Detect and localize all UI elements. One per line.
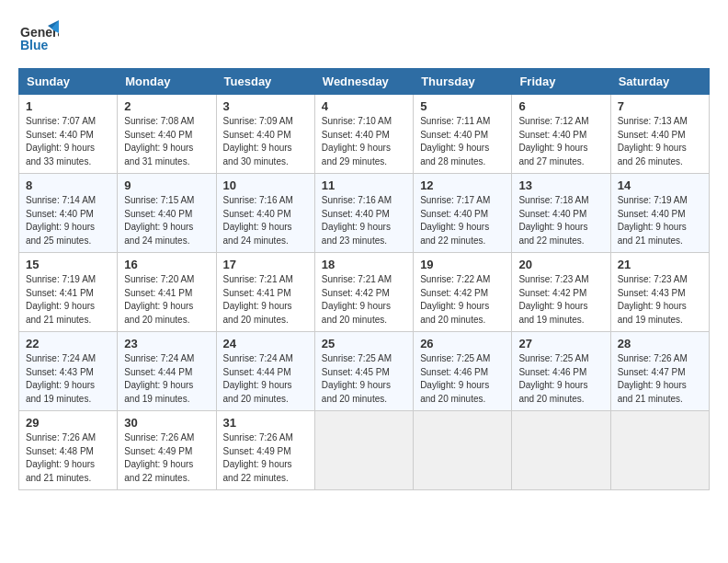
day-info: Sunrise: 7:24 AM Sunset: 4:44 PM Dayligh… [124, 352, 209, 406]
calendar-cell: 22Sunrise: 7:24 AM Sunset: 4:43 PM Dayli… [19, 332, 118, 411]
calendar-cell: 10Sunrise: 7:16 AM Sunset: 4:40 PM Dayli… [216, 174, 314, 253]
calendar-cell: 23Sunrise: 7:24 AM Sunset: 4:44 PM Dayli… [118, 332, 216, 411]
calendar-cell: 25Sunrise: 7:25 AM Sunset: 4:45 PM Dayli… [314, 332, 413, 411]
day-header-sunday: Sunday [19, 69, 118, 95]
day-number: 14 [618, 178, 702, 192]
calendar-cell: 8Sunrise: 7:14 AM Sunset: 4:40 PM Daylig… [19, 174, 118, 253]
day-info: Sunrise: 7:21 AM Sunset: 4:41 PM Dayligh… [223, 273, 308, 327]
calendar-cell: 28Sunrise: 7:26 AM Sunset: 4:47 PM Dayli… [610, 332, 709, 411]
calendar-cell: 16Sunrise: 7:20 AM Sunset: 4:41 PM Dayli… [118, 253, 216, 332]
day-info: Sunrise: 7:23 AM Sunset: 4:42 PM Dayligh… [518, 273, 603, 327]
week-row-2: 8Sunrise: 7:14 AM Sunset: 4:40 PM Daylig… [19, 174, 710, 253]
day-number: 10 [223, 178, 308, 192]
day-number: 3 [223, 99, 308, 113]
day-info: Sunrise: 7:23 AM Sunset: 4:43 PM Dayligh… [618, 273, 702, 327]
day-info: Sunrise: 7:19 AM Sunset: 4:40 PM Dayligh… [618, 194, 702, 247]
day-number: 2 [124, 99, 209, 113]
day-number: 29 [26, 416, 110, 430]
day-header-tuesday: Tuesday [216, 69, 314, 95]
day-number: 21 [618, 258, 702, 271]
day-info: Sunrise: 7:26 AM Sunset: 4:49 PM Dayligh… [124, 431, 209, 485]
calendar-cell: 29Sunrise: 7:26 AM Sunset: 4:48 PM Dayli… [19, 411, 118, 490]
day-info: Sunrise: 7:09 AM Sunset: 4:40 PM Dayligh… [223, 115, 308, 168]
calendar-cell: 1Sunrise: 7:07 AM Sunset: 4:40 PM Daylig… [19, 95, 118, 174]
calendar-cell: 13Sunrise: 7:18 AM Sunset: 4:40 PM Dayli… [512, 174, 610, 253]
day-info: Sunrise: 7:26 AM Sunset: 4:49 PM Dayligh… [223, 431, 308, 485]
week-row-1: 1Sunrise: 7:07 AM Sunset: 4:40 PM Daylig… [19, 95, 710, 174]
day-number: 30 [124, 416, 209, 430]
day-number: 12 [420, 178, 505, 192]
calendar-cell: 20Sunrise: 7:23 AM Sunset: 4:42 PM Dayli… [512, 253, 610, 332]
day-info: Sunrise: 7:24 AM Sunset: 4:43 PM Dayligh… [26, 352, 110, 406]
day-info: Sunrise: 7:10 AM Sunset: 4:40 PM Dayligh… [322, 115, 406, 168]
day-number: 17 [223, 258, 308, 271]
calendar-cell: 19Sunrise: 7:22 AM Sunset: 4:42 PM Dayli… [414, 253, 512, 332]
day-info: Sunrise: 7:26 AM Sunset: 4:48 PM Dayligh… [26, 431, 110, 485]
calendar-cell [610, 411, 709, 490]
day-number: 15 [26, 258, 110, 271]
calendar-cell: 24Sunrise: 7:24 AM Sunset: 4:44 PM Dayli… [216, 332, 314, 411]
calendar-cell: 17Sunrise: 7:21 AM Sunset: 4:41 PM Dayli… [216, 253, 314, 332]
day-info: Sunrise: 7:11 AM Sunset: 4:40 PM Dayligh… [420, 115, 505, 168]
day-info: Sunrise: 7:15 AM Sunset: 4:40 PM Dayligh… [124, 194, 209, 247]
calendar-cell: 15Sunrise: 7:19 AM Sunset: 4:41 PM Dayli… [19, 253, 118, 332]
calendar-cell: 21Sunrise: 7:23 AM Sunset: 4:43 PM Dayli… [610, 253, 709, 332]
day-number: 16 [124, 258, 209, 271]
calendar-cell [414, 411, 512, 490]
day-number: 4 [322, 99, 406, 113]
day-number: 11 [322, 178, 406, 192]
day-header-wednesday: Wednesday [314, 69, 413, 95]
calendar-cell: 9Sunrise: 7:15 AM Sunset: 4:40 PM Daylig… [118, 174, 216, 253]
svg-text:Blue: Blue [20, 38, 49, 52]
day-info: Sunrise: 7:16 AM Sunset: 4:40 PM Dayligh… [223, 194, 308, 247]
calendar-cell: 6Sunrise: 7:12 AM Sunset: 4:40 PM Daylig… [512, 95, 610, 174]
day-info: Sunrise: 7:07 AM Sunset: 4:40 PM Dayligh… [26, 115, 110, 168]
calendar-table: SundayMondayTuesdayWednesdayThursdayFrid… [18, 68, 710, 490]
day-header-friday: Friday [512, 69, 610, 95]
day-info: Sunrise: 7:24 AM Sunset: 4:44 PM Dayligh… [223, 352, 308, 406]
day-info: Sunrise: 7:08 AM Sunset: 4:40 PM Dayligh… [124, 115, 209, 168]
day-number: 27 [518, 337, 603, 350]
day-number: 18 [322, 258, 406, 271]
day-header-thursday: Thursday [414, 69, 512, 95]
calendar-cell: 12Sunrise: 7:17 AM Sunset: 4:40 PM Dayli… [414, 174, 512, 253]
week-row-5: 29Sunrise: 7:26 AM Sunset: 4:48 PM Dayli… [19, 411, 710, 490]
day-info: Sunrise: 7:18 AM Sunset: 4:40 PM Dayligh… [518, 194, 603, 247]
calendar-cell: 4Sunrise: 7:10 AM Sunset: 4:40 PM Daylig… [314, 95, 413, 174]
calendar-cell: 3Sunrise: 7:09 AM Sunset: 4:40 PM Daylig… [216, 95, 314, 174]
day-number: 23 [124, 337, 209, 350]
day-number: 31 [223, 416, 308, 430]
day-number: 5 [420, 99, 505, 113]
calendar-cell [512, 411, 610, 490]
day-info: Sunrise: 7:14 AM Sunset: 4:40 PM Dayligh… [26, 194, 110, 247]
calendar-header-row: SundayMondayTuesdayWednesdayThursdayFrid… [19, 69, 710, 95]
day-number: 8 [26, 178, 110, 192]
day-header-saturday: Saturday [610, 69, 709, 95]
day-number: 24 [223, 337, 308, 350]
day-number: 6 [518, 99, 603, 113]
calendar-cell: 30Sunrise: 7:26 AM Sunset: 4:49 PM Dayli… [118, 411, 216, 490]
day-number: 9 [124, 178, 209, 192]
page-header: General Blue [18, 18, 710, 59]
calendar-cell: 26Sunrise: 7:25 AM Sunset: 4:46 PM Dayli… [414, 332, 512, 411]
day-number: 28 [618, 337, 702, 350]
day-number: 20 [518, 258, 603, 271]
day-info: Sunrise: 7:13 AM Sunset: 4:40 PM Dayligh… [618, 115, 702, 168]
calendar-cell: 5Sunrise: 7:11 AM Sunset: 4:40 PM Daylig… [414, 95, 512, 174]
day-number: 19 [420, 258, 505, 271]
day-info: Sunrise: 7:21 AM Sunset: 4:42 PM Dayligh… [322, 273, 406, 327]
calendar-cell [314, 411, 413, 490]
calendar-cell: 18Sunrise: 7:21 AM Sunset: 4:42 PM Dayli… [314, 253, 413, 332]
day-number: 7 [618, 99, 702, 113]
day-number: 22 [26, 337, 110, 350]
calendar-cell: 7Sunrise: 7:13 AM Sunset: 4:40 PM Daylig… [610, 95, 709, 174]
day-number: 1 [26, 99, 110, 113]
day-number: 26 [420, 337, 505, 350]
calendar-cell: 27Sunrise: 7:25 AM Sunset: 4:46 PM Dayli… [512, 332, 610, 411]
week-row-3: 15Sunrise: 7:19 AM Sunset: 4:41 PM Dayli… [19, 253, 710, 332]
day-info: Sunrise: 7:19 AM Sunset: 4:41 PM Dayligh… [26, 273, 110, 327]
calendar-cell: 11Sunrise: 7:16 AM Sunset: 4:40 PM Dayli… [314, 174, 413, 253]
calendar-cell: 31Sunrise: 7:26 AM Sunset: 4:49 PM Dayli… [216, 411, 314, 490]
week-row-4: 22Sunrise: 7:24 AM Sunset: 4:43 PM Dayli… [19, 332, 710, 411]
day-number: 25 [322, 337, 406, 350]
